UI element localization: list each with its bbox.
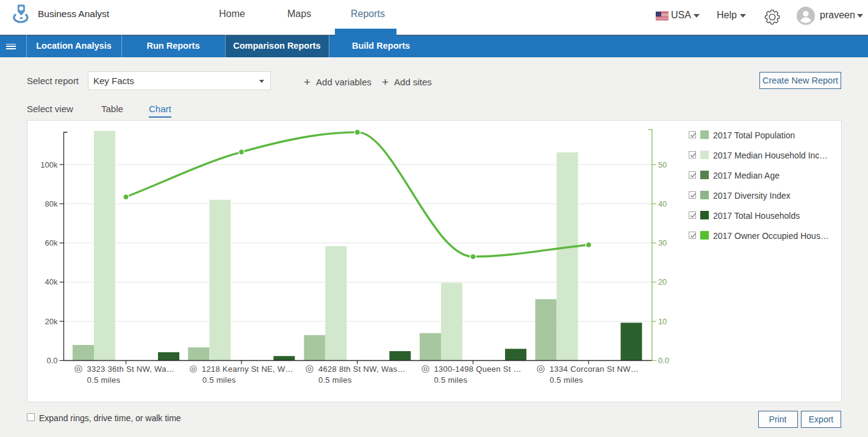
svg-text:40k: 40k <box>45 277 58 286</box>
svg-text:80k: 80k <box>45 199 58 208</box>
svg-text:10: 10 <box>658 317 667 326</box>
svg-text:0.0: 0.0 <box>46 356 57 365</box>
svg-text:0.0: 0.0 <box>658 356 669 365</box>
svg-text:40: 40 <box>658 199 667 208</box>
svg-text:100k: 100k <box>40 160 58 169</box>
svg-text:20k: 20k <box>45 317 58 326</box>
svg-text:60k: 60k <box>45 238 58 247</box>
svg-text:20: 20 <box>658 277 667 286</box>
svg-text:30: 30 <box>658 238 667 247</box>
svg-text:50: 50 <box>658 160 667 169</box>
